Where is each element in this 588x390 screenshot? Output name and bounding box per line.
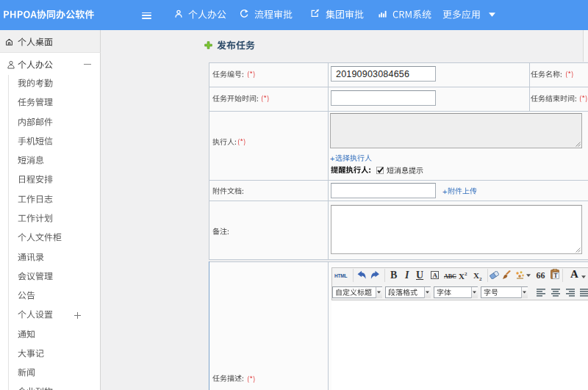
svg-text:T: T bbox=[553, 272, 557, 279]
